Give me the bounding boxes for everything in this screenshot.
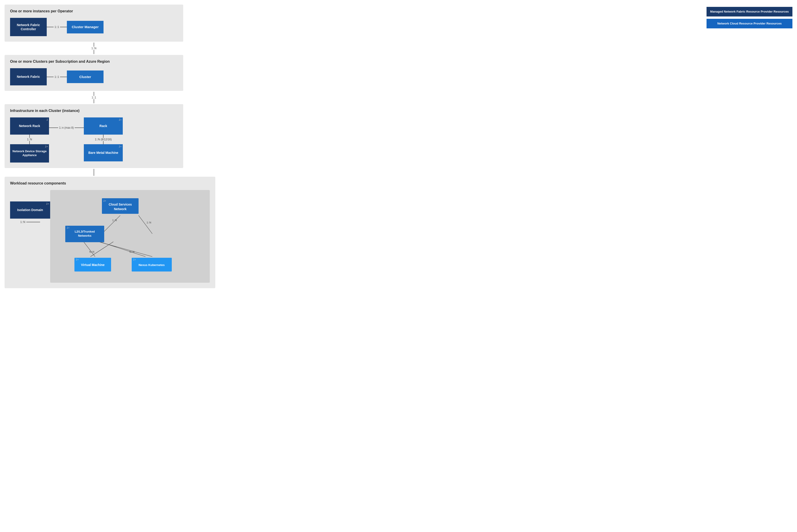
section4-left: Isolation Domain 1+ 1::N bbox=[10, 190, 50, 224]
connector-s3-s4 bbox=[4, 168, 183, 177]
s2-line1 bbox=[47, 77, 54, 77]
cloud-services-label2: Network bbox=[114, 207, 126, 211]
connector-s1-s2: 1::N bbox=[4, 42, 183, 55]
s1-h-connector: 1::1 bbox=[47, 25, 67, 28]
bare-metal-badge: 1+ bbox=[119, 145, 122, 148]
line1 bbox=[47, 27, 54, 27]
s1-connector-label: 1::1 bbox=[54, 25, 60, 28]
cloud-vm-line bbox=[91, 242, 113, 256]
right-vline1 bbox=[103, 135, 104, 138]
iso-hline bbox=[26, 222, 40, 222]
legend-item2: Network Cloud Resource Provider Resource… bbox=[706, 19, 793, 28]
section4-right-panel: 1::N 1::N N::N bbox=[50, 190, 210, 283]
isolation-h-connector: 1::N bbox=[20, 221, 40, 224]
connector-s2-s3: 1::1 bbox=[4, 91, 183, 104]
l2l3-label2: Networks bbox=[78, 234, 92, 238]
right-v-connector: 1::N (8/12/16) bbox=[95, 135, 112, 144]
cloud-services-label1: Cloud Services bbox=[109, 203, 132, 206]
l2l3-label1: L2/L3/Trunked bbox=[75, 230, 95, 233]
nn-label1: N::N bbox=[89, 250, 94, 253]
section3-right: Rack 1+ 1::N (8/12/16) Bare Metal Machin… bbox=[84, 117, 123, 162]
network-rack-box: Network Rack 1 bbox=[10, 117, 49, 135]
section4-title: Workload resource components bbox=[10, 181, 210, 186]
section3-content: Network Rack 1 1::N Network Device Stora… bbox=[10, 117, 178, 163]
vm-badge-svg: 1+ bbox=[76, 258, 79, 261]
vline-s2-s3-b bbox=[94, 99, 94, 103]
section-workload: Workload resource components Isolation D… bbox=[4, 177, 215, 288]
s3-hline2 bbox=[75, 128, 84, 128]
left-v-connector: 1::N bbox=[27, 135, 32, 144]
something-nexus-line bbox=[98, 242, 152, 256]
l2l3-badge-svg: 1+ bbox=[67, 226, 70, 229]
vline-s1-s2-b bbox=[94, 50, 94, 54]
network-fabric-controller-box: Network Fabric Controller bbox=[10, 18, 47, 36]
network-fabric-box: Network Fabric bbox=[10, 68, 47, 86]
s3-h-connector: 1::n (max 8) bbox=[49, 126, 84, 129]
section3-title: Infrastructure in each Cluster (instance… bbox=[10, 109, 178, 113]
l2l3-vm-line bbox=[84, 242, 95, 256]
nn-label2: N::N bbox=[129, 250, 134, 253]
rack-box: Rack 1+ bbox=[84, 117, 123, 135]
section4-content: Isolation Domain 1+ 1::N bbox=[10, 190, 210, 283]
cluster-manager-box: Cluster Manager bbox=[67, 21, 104, 34]
right-vline2 bbox=[103, 141, 104, 144]
legend-panel: Managed Network Fabric Resource Provider… bbox=[706, 7, 793, 28]
vm-label: Virtual Machine bbox=[81, 263, 105, 267]
s2-line2 bbox=[60, 77, 67, 77]
cloud-nexus-label: 1::N bbox=[147, 221, 151, 224]
s2-s3-label: 1::1 bbox=[92, 96, 96, 99]
s2-h-connector: 1::1 bbox=[47, 75, 67, 78]
vline-s1-s2 bbox=[94, 42, 94, 47]
section1-title: One or more instances per Operator bbox=[10, 9, 178, 13]
bare-metal-box: Bare Metal Machine 1+ bbox=[84, 144, 123, 162]
section-operators: One or more instances per Operator Netwo… bbox=[4, 4, 183, 42]
section-clusters: One or more Clusters per Subscription an… bbox=[4, 55, 183, 91]
vline-s2-s3 bbox=[94, 92, 94, 96]
s2-connector-label: 1::1 bbox=[54, 75, 60, 78]
cloud-badge-svg: 1+ bbox=[103, 200, 106, 202]
left-connector-label: 1::N bbox=[27, 138, 32, 141]
section2-title: One or more Clusters per Subscription an… bbox=[10, 59, 178, 64]
legend-item1: Managed Network Fabric Resource Provider… bbox=[706, 7, 793, 17]
s3-h-label: 1::n (max 8) bbox=[58, 126, 75, 129]
right-connector-label: 1::N (8/12/16) bbox=[95, 138, 112, 141]
l2l3-to-cloud-line bbox=[102, 215, 120, 234]
line2 bbox=[60, 27, 67, 27]
l2l3-cloud-label: 1::N bbox=[112, 219, 117, 222]
section-infrastructure: Infrastructure in each Cluster (instance… bbox=[4, 104, 183, 168]
rack-badge: 1+ bbox=[119, 118, 122, 121]
workload-diagram-svg: 1::N 1::N N::N bbox=[54, 194, 187, 278]
isolation-domain-box: Isolation Domain 1+ bbox=[10, 202, 50, 218]
cloud-to-nexus-line bbox=[138, 215, 152, 234]
network-device-box: Network Device Storage Appliance 1+ bbox=[10, 144, 49, 163]
left-vline1 bbox=[29, 135, 30, 138]
network-rack-badge: 1 bbox=[47, 118, 48, 121]
left-vline2 bbox=[29, 141, 30, 144]
s1-s2-label: 1::N bbox=[91, 47, 96, 50]
cluster-box: Cluster bbox=[67, 71, 104, 83]
isolation-badge: 1+ bbox=[46, 202, 49, 205]
section3-left: Network Rack 1 1::N Network Device Stora… bbox=[10, 117, 49, 163]
section2-row: Network Fabric 1::1 Cluster bbox=[10, 68, 178, 86]
vline-s3-s4 bbox=[94, 169, 94, 176]
s3-hline1 bbox=[49, 128, 58, 128]
section1-row: Network Fabric Controller 1::1 Cluster M… bbox=[10, 18, 178, 36]
isolation-connector-label: 1::N bbox=[20, 221, 26, 224]
nexus-badge-svg: 1+ bbox=[133, 258, 136, 261]
nexus-label: Nexus Kubernetes bbox=[138, 263, 165, 267]
network-device-badge: 1+ bbox=[45, 145, 48, 148]
